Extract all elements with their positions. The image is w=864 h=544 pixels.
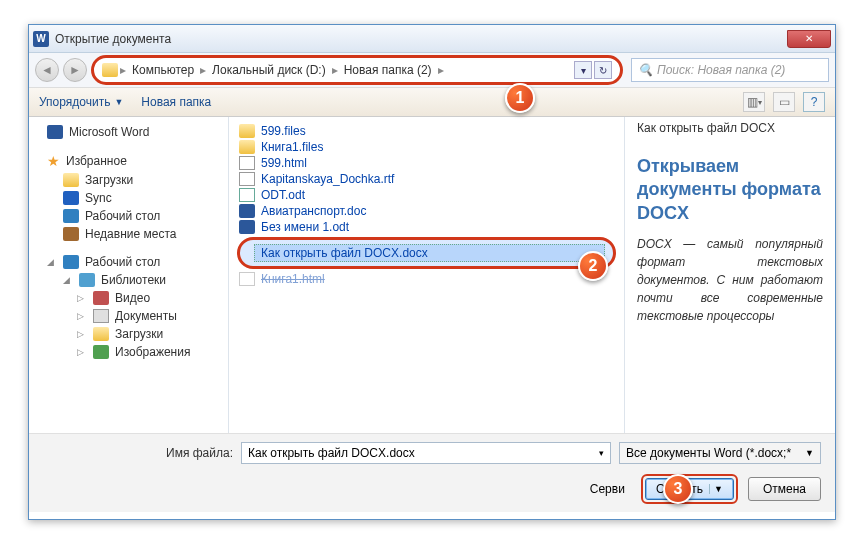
file-item-odt[interactable]: ODT.odt <box>229 187 624 203</box>
file-item-folder[interactable]: 599.files <box>229 123 624 139</box>
word-doc-icon <box>239 220 255 234</box>
word-doc-icon <box>239 204 255 218</box>
new-folder-button[interactable]: Новая папка <box>141 95 211 109</box>
word-icon <box>47 125 63 139</box>
tree-collapse-icon[interactable]: ▷ <box>77 347 87 357</box>
nav-word-item[interactable]: Microsoft Word <box>29 123 228 141</box>
rtf-file-icon <box>239 172 255 186</box>
word-app-icon: W <box>33 31 49 47</box>
nav-documents[interactable]: ▷Документы <box>29 307 228 325</box>
titlebar: W Открытие документа ✕ <box>29 25 835 53</box>
nav-videos[interactable]: ▷Видео <box>29 289 228 307</box>
nav-recent[interactable]: Недавние места <box>29 225 228 243</box>
folder-icon <box>239 140 255 154</box>
file-list: 599.files Книга1.files 599.html Kapitans… <box>229 117 625 433</box>
nav-favorites-header[interactable]: ★Избранное <box>29 151 228 171</box>
filetype-select[interactable]: Все документы Word (*.docx;*▼ <box>619 442 821 464</box>
nav-downloads2[interactable]: ▷Загрузки <box>29 325 228 343</box>
nav-desktop-header[interactable]: ◢Рабочий стол <box>29 253 228 271</box>
breadcrumb-sep-icon: ▸ <box>118 63 128 77</box>
file-item-doc[interactable]: Авиатранспорт.doc <box>229 203 624 219</box>
dialog-title: Открытие документа <box>55 32 787 46</box>
tree-collapse-icon[interactable]: ▷ <box>77 311 87 321</box>
nav-sync[interactable]: Sync <box>29 189 228 207</box>
library-icon <box>79 273 95 287</box>
navigation-pane: Microsoft Word ★Избранное Загрузки Sync … <box>29 117 229 433</box>
file-item-html[interactable]: Книга1.html <box>229 271 624 287</box>
chevron-down-icon: ▼ <box>114 97 123 107</box>
toolbar: Упорядочить ▼ Новая папка ▥ ▾ ▭ ? <box>29 87 835 117</box>
folder-icon <box>63 173 79 187</box>
tree-expand-icon[interactable]: ◢ <box>63 275 73 285</box>
dialog-footer: Имя файла: Как открыть файл DOCX.docx▾ В… <box>29 433 835 512</box>
html-file-icon <box>239 156 255 170</box>
open-file-dialog: W Открытие документа ✕ ◄ ► ▸ Компьютер ▸… <box>28 24 836 520</box>
html-file-icon <box>239 272 255 286</box>
open-split-dropdown[interactable]: ▼ <box>709 484 723 494</box>
filename-input[interactable]: Как открыть файл DOCX.docx▾ <box>241 442 611 464</box>
tree-collapse-icon[interactable]: ▷ <box>77 329 87 339</box>
tools-menu[interactable]: Серви <box>590 482 625 496</box>
chevron-down-icon[interactable]: ▾ <box>599 448 604 458</box>
nav-libraries-header[interactable]: ◢Библиотеки <box>29 271 228 289</box>
preview-toggle-button[interactable]: ▭ <box>773 92 795 112</box>
odt-file-icon <box>239 188 255 202</box>
breadcrumb-sep-icon: ▸ <box>198 63 208 77</box>
preview-heading: Открываем документы формата DOCX <box>637 155 823 225</box>
breadcrumb-item[interactable]: Компьютер <box>128 63 198 77</box>
breadcrumb-item[interactable]: Локальный диск (D:) <box>208 63 330 77</box>
search-input[interactable]: 🔍 Поиск: Новая папка (2) <box>631 58 829 82</box>
search-placeholder: Поиск: Новая папка (2) <box>657 63 785 77</box>
annotation-marker-1: 1 <box>505 83 535 113</box>
sync-icon <box>63 191 79 205</box>
navigation-bar: ◄ ► ▸ Компьютер ▸ Локальный диск (D:) ▸ … <box>29 53 835 87</box>
file-item-folder[interactable]: Книга1.files <box>229 139 624 155</box>
file-item-selected[interactable]: Как открыть файл DOCX.docx <box>237 237 616 269</box>
file-item-html[interactable]: 599.html <box>229 155 624 171</box>
preview-filename: Как открыть файл DOCX <box>637 121 823 135</box>
filename-label: Имя файла: <box>43 446 233 460</box>
annotation-marker-2: 2 <box>578 251 608 281</box>
cancel-button[interactable]: Отмена <box>748 477 821 501</box>
nav-back-button[interactable]: ◄ <box>35 58 59 82</box>
help-button[interactable]: ? <box>803 92 825 112</box>
nav-images[interactable]: ▷Изображения <box>29 343 228 361</box>
folder-icon <box>102 63 118 77</box>
star-icon: ★ <box>47 153 60 169</box>
folder-icon <box>239 124 255 138</box>
video-icon <box>93 291 109 305</box>
address-bar[interactable]: ▸ Компьютер ▸ Локальный диск (D:) ▸ Нова… <box>91 55 623 85</box>
annotation-marker-3: 3 <box>663 474 693 504</box>
chevron-down-icon: ▼ <box>805 448 814 458</box>
selected-file-label: Как открыть файл DOCX.docx <box>254 244 605 262</box>
breadcrumb-sep-icon: ▸ <box>330 63 340 77</box>
file-item-rtf[interactable]: Kapitanskaya_Dochka.rtf <box>229 171 624 187</box>
address-dropdown-button[interactable]: ▾ <box>574 61 592 79</box>
tree-collapse-icon[interactable]: ▷ <box>77 293 87 303</box>
search-icon: 🔍 <box>638 63 653 77</box>
organize-menu[interactable]: Упорядочить ▼ <box>39 95 123 109</box>
refresh-button[interactable]: ↻ <box>594 61 612 79</box>
view-mode-button[interactable]: ▥ ▾ <box>743 92 765 112</box>
desktop-icon <box>63 255 79 269</box>
desktop-icon <box>63 209 79 223</box>
nav-desktop[interactable]: Рабочий стол <box>29 207 228 225</box>
folder-icon <box>93 327 109 341</box>
nav-downloads[interactable]: Загрузки <box>29 171 228 189</box>
nav-forward-button[interactable]: ► <box>63 58 87 82</box>
breadcrumb-sep-icon: ▸ <box>436 63 446 77</box>
image-icon <box>93 345 109 359</box>
window-close-button[interactable]: ✕ <box>787 30 831 48</box>
tree-expand-icon[interactable]: ◢ <box>47 257 57 267</box>
dialog-body: Microsoft Word ★Избранное Загрузки Sync … <box>29 117 835 433</box>
recent-icon <box>63 227 79 241</box>
breadcrumb-item[interactable]: Новая папка (2) <box>340 63 436 77</box>
doc-icon <box>93 309 109 323</box>
preview-body: DOCX — самый популярный формат текстовых… <box>637 235 823 325</box>
preview-pane: Как открыть файл DOCX Открываем документ… <box>625 117 835 433</box>
file-item-odt[interactable]: Без имени 1.odt <box>229 219 624 235</box>
